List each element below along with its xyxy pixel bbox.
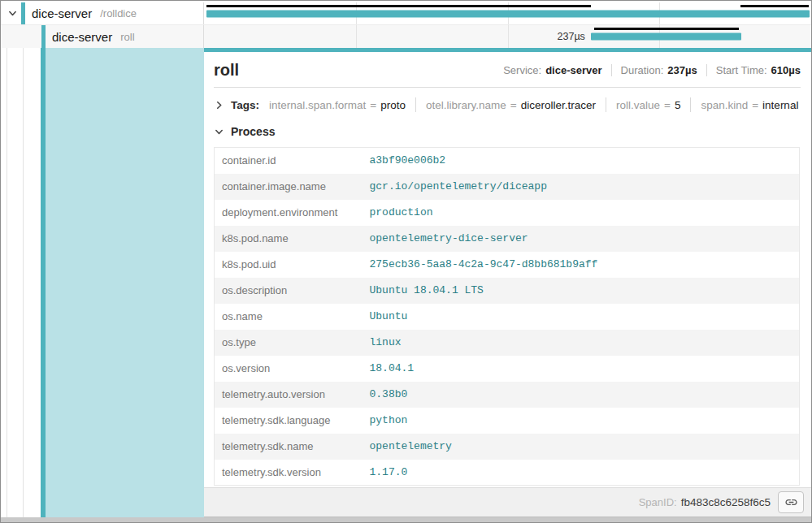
span-color-bar	[41, 25, 46, 48]
tags-label: Tags:	[231, 99, 259, 111]
tag-item: otel.library.name=diceroller.tracer	[426, 99, 596, 111]
process-value: a3bf90e006b2	[363, 148, 800, 174]
duration-label: Duration:	[621, 64, 664, 76]
span-name-cell[interactable]: dice-server roll	[1, 25, 204, 48]
tag-equals: =	[660, 99, 675, 111]
service-label: Service:	[503, 64, 541, 76]
process-label: Process	[231, 125, 275, 138]
tag-key: span.kind	[701, 99, 748, 111]
divider	[611, 64, 612, 76]
divider	[606, 97, 606, 112]
divider	[415, 97, 416, 112]
chevron-down-icon	[215, 128, 224, 136]
span-detail-panel: roll Service: dice-server Duration: 237µ…	[204, 48, 811, 517]
process-key: telemetry.sdk.version	[215, 460, 363, 486]
process-value: python	[363, 408, 800, 434]
span-title: roll	[214, 61, 239, 80]
timeline-grid-tick	[356, 25, 357, 48]
timeline-row-1: 237µs	[204, 25, 811, 48]
service-name: dice-server	[52, 30, 112, 44]
service-name: dice-server	[32, 6, 92, 20]
horizontal-scrollbar[interactable]	[1, 517, 811, 522]
process-value: 18.04.1	[363, 356, 800, 382]
timeline-row-0	[204, 2, 811, 24]
collapse-children-button[interactable]	[6, 7, 19, 20]
duration-value: 237µs	[667, 64, 697, 76]
process-value: Ubuntu 18.04.1 LTS	[363, 278, 800, 304]
span-duration-bar[interactable]	[206, 10, 810, 17]
process-value: 275ecb36-5aa8-4c2a-9c47-d8bb681b9aff	[363, 252, 800, 278]
process-key: os.description	[215, 278, 363, 304]
process-row: k8s.pod.uid275ecb36-5aa8-4c2a-9c47-d8bb6…	[215, 252, 800, 278]
process-key: telemetry.sdk.name	[215, 434, 363, 460]
span-meta: Service: dice-server Duration: 237µs Sta…	[503, 64, 801, 76]
link-icon	[784, 495, 798, 509]
tag-value: 5	[675, 99, 681, 111]
operation-name: roll	[120, 31, 134, 43]
tag-equals: =	[748, 99, 762, 111]
tag-key: roll.value	[616, 99, 660, 111]
span-row-rolldice[interactable]: dice-server /rolldice	[1, 2, 811, 25]
operation-name: /rolldice	[100, 7, 137, 19]
span-detail-footer: SpanID: fb483c8c6258f6c5	[204, 487, 811, 517]
chevron-right-icon	[215, 101, 224, 110]
span-color-bar	[21, 2, 25, 24]
span-detail-header: roll Service: dice-server Duration: 237µ…	[214, 52, 801, 88]
process-row: os.version18.04.1	[215, 356, 800, 382]
process-key: os.version	[215, 356, 363, 382]
process-key: os.type	[215, 330, 363, 356]
process-row: os.nameUbuntu	[215, 304, 800, 330]
critical-path-segment	[206, 5, 591, 7]
divider	[706, 64, 707, 76]
process-row: container.ida3bf90e006b2	[215, 148, 800, 174]
process-kv-table: container.ida3bf90e006b2container.image.…	[214, 147, 800, 486]
process-key: deployment.environment	[215, 200, 363, 226]
process-key: telemetry.auto.version	[215, 382, 363, 408]
process-key: container.image.name	[215, 174, 363, 200]
tag-value: proto	[380, 99, 406, 111]
process-row: telemetry.sdk.languagepython	[215, 408, 800, 434]
start-time-label: Start Time:	[716, 64, 767, 76]
service-value: dice-server	[545, 64, 601, 76]
expanded-span-tint	[46, 48, 204, 517]
process-key: k8s.pod.name	[215, 226, 363, 252]
timeline-grid-tick	[508, 25, 509, 48]
tag-equals: =	[506, 99, 521, 111]
start-time-value: 610µs	[771, 64, 801, 76]
copy-span-link-button[interactable]	[778, 491, 804, 513]
tags-list: internal.span.format=protootel.library.n…	[259, 97, 798, 112]
tag-key: otel.library.name	[426, 99, 506, 111]
process-row: telemetry.auto.version0.38b0	[215, 382, 800, 408]
process-value: linux	[363, 330, 800, 356]
process-key: telemetry.sdk.language	[215, 408, 363, 434]
span-tree-gutter	[1, 48, 204, 517]
indent-guide	[23, 48, 24, 517]
tag-item: roll.value=5	[616, 99, 680, 111]
process-row: container.image.namegcr.io/opentelemetry…	[215, 174, 800, 200]
process-value: Ubuntu	[363, 304, 800, 330]
process-accordion[interactable]: Process	[204, 117, 811, 145]
span-row-roll[interactable]: dice-server roll 237µs	[1, 25, 811, 48]
tag-value: internal	[762, 99, 798, 111]
tag-equals: =	[366, 99, 380, 111]
span-duration-label: 237µs	[558, 31, 585, 42]
chevron-down-icon	[8, 9, 17, 18]
process-row: k8s.pod.nameopentelemetry-dice-server	[215, 226, 800, 252]
process-key: k8s.pod.uid	[215, 252, 363, 278]
tag-key: internal.span.format	[269, 99, 366, 111]
process-value: production	[363, 200, 800, 226]
span-duration-bar[interactable]	[591, 33, 741, 41]
process-key: os.name	[215, 304, 363, 330]
critical-path-segment	[594, 28, 740, 30]
process-value: gcr.io/opentelemetry/diceapp	[363, 174, 800, 200]
process-value: opentelemetry	[363, 434, 800, 460]
indent-guide	[7, 48, 7, 517]
process-row: telemetry.sdk.nameopentelemetry	[215, 434, 800, 460]
tag-item: internal.span.format=proto	[269, 99, 406, 111]
critical-path-segment	[740, 5, 809, 7]
tag-item: span.kind=internal	[701, 99, 798, 111]
span-name-cell[interactable]: dice-server /rolldice	[1, 2, 204, 24]
tags-accordion[interactable]: Tags: internal.span.format=protootel.lib…	[204, 88, 811, 117]
divider	[690, 97, 691, 112]
process-value: 1.17.0	[363, 460, 800, 486]
